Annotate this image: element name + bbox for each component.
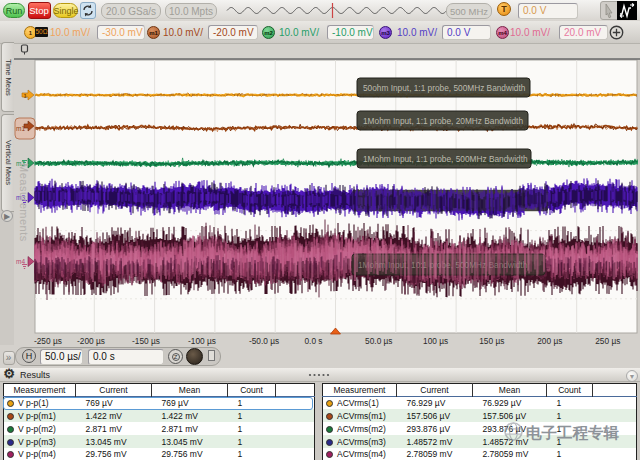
svg-text:1Mohm Input, 1:1 probe, 20MHz: 1Mohm Input, 1:1 probe, 20MHz Bandwidth (363, 116, 523, 126)
svg-text:50ohm Input, 1:1 probe, 500MHz: 50ohm Input, 1:1 probe, 500MHz Bandwidth (363, 83, 526, 93)
svg-text:1Mohm Input, 1:1 probe, 500MHz: 1Mohm Input, 1:1 probe, 500MHz Bandwidth (363, 154, 528, 164)
svg-text:m4: m4 (16, 258, 25, 265)
svg-text:m1: m1 (16, 125, 25, 132)
